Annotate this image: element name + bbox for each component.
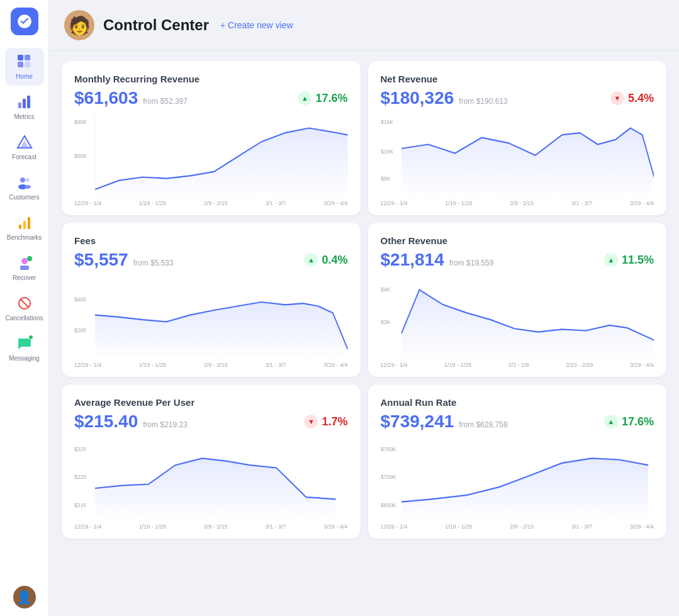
svg-marker-38 <box>95 458 336 521</box>
page-title: Control Center <box>103 16 209 34</box>
card-other-revenue-from: from $19,559 <box>449 259 494 267</box>
sidebar-item-metrics[interactable]: Metrics <box>5 88 44 126</box>
sidebar-item-home[interactable]: Home <box>5 48 44 86</box>
card-net-revenue: Net Revenue $180,326 from $190,613 ▼ 5.4… <box>368 61 667 215</box>
recover-icon <box>16 254 33 272</box>
card-annual-run-rate-badge: ▲ 17.6% <box>604 415 654 428</box>
svg-text:$5K: $5K <box>381 175 390 182</box>
svg-line-20 <box>21 300 28 307</box>
card-annual-run-rate-x-labels: 12/29 - 1/4 1/19 - 1/25 2/9 - 2/15 3/1 -… <box>381 524 654 530</box>
svg-text:$2K: $2K <box>381 318 390 325</box>
svg-text:$200: $200 <box>74 327 86 333</box>
card-net-revenue-value-row: $180,326 from $190,613 ▼ 5.4% <box>381 88 654 108</box>
card-net-revenue-badge: ▼ 5.4% <box>610 91 654 105</box>
card-mrr-badge: ▲ 17.6% <box>298 91 347 105</box>
card-other-revenue-arrow-icon: ▲ <box>604 253 618 267</box>
card-annual-run-rate-pct: 17.6% <box>622 415 654 428</box>
card-other-revenue-x-labels: 12/29 - 1/4 1/19 - 1/25 2/2 - 2/8 2/23 -… <box>381 362 654 368</box>
card-arpu-arrow-icon: ▼ <box>304 415 318 428</box>
card-mrr-from: from $52,397 <box>143 97 188 106</box>
header-avatar: 🧑 <box>64 10 94 40</box>
card-net-revenue-from: from $190,613 <box>459 97 507 106</box>
svg-point-10 <box>26 178 30 182</box>
card-net-revenue-x-labels: 12/29 - 1/4 1/19 - 1/25 2/9 - 2/15 3/1 -… <box>381 200 654 206</box>
card-net-revenue-title: Net Revenue <box>381 74 654 84</box>
card-other-revenue-value-row: $21,814 from $19,559 ▲ 11.5% <box>381 250 654 270</box>
card-net-revenue-chart: $15K $10K $5K <box>381 116 654 198</box>
create-new-view-button[interactable]: + Create new view <box>220 20 293 30</box>
sidebar-item-home-label: Home <box>16 73 33 81</box>
svg-rect-5 <box>23 99 26 108</box>
svg-rect-0 <box>18 55 23 60</box>
card-net-revenue-value-left: $180,326 from $190,613 <box>381 88 508 108</box>
home-icon <box>16 53 33 70</box>
card-arpu-from: from $219.23 <box>143 420 188 429</box>
sidebar-item-messaging-label: Messaging <box>9 355 39 362</box>
svg-text:$700K: $700K <box>381 473 396 480</box>
svg-text:$215: $215 <box>74 502 86 509</box>
sidebar-item-cancellations-label: Cancellations <box>5 315 43 322</box>
svg-rect-1 <box>25 55 30 60</box>
svg-text:$750K: $750K <box>381 446 396 453</box>
svg-text:$15K: $15K <box>381 118 393 125</box>
card-mrr-value-row: $61,603 from $52,397 ▲ 17.6% <box>74 88 348 108</box>
card-arpu-value-row: $215.40 from $219.23 ▼ 1.7% <box>74 412 348 432</box>
svg-rect-13 <box>19 225 21 229</box>
card-other-revenue-chart: $4K $2K <box>381 277 654 359</box>
svg-rect-3 <box>25 62 30 67</box>
svg-marker-31 <box>95 302 347 359</box>
svg-rect-2 <box>18 62 23 67</box>
sidebar-item-messaging[interactable]: Messaging <box>5 330 44 367</box>
svg-text:$220: $220 <box>74 473 86 480</box>
sidebar-item-cancellations[interactable]: Cancellations <box>5 289 44 327</box>
card-fees-pct: 0.4% <box>322 254 347 267</box>
card-other-revenue-title: Other Revenue <box>381 235 654 246</box>
card-arpu-value: $215.40 <box>74 412 138 432</box>
sidebar-item-customers[interactable]: Customers <box>5 169 44 206</box>
sidebar-item-benchmarks-label: Benchmarks <box>7 234 42 242</box>
card-annual-run-rate-chart: $750K $700K $650K <box>381 439 654 521</box>
sidebar-item-recover[interactable]: Recover <box>5 249 44 287</box>
card-mrr-title: Monthly Recurring Revenue <box>74 74 348 84</box>
app-logo[interactable] <box>11 8 38 35</box>
card-arpu: Average Revenue Per User $215.40 from $2… <box>62 384 361 539</box>
card-annual-run-rate-value: $739,241 <box>381 412 454 432</box>
svg-marker-42 <box>401 458 648 521</box>
card-fees-from: from $5,533 <box>133 259 174 267</box>
user-avatar[interactable]: 👤 <box>13 586 36 608</box>
card-fees-arrow-icon: ▲ <box>304 253 318 267</box>
card-fees-value: $5,557 <box>74 250 128 270</box>
svg-text:$10K: $10K <box>381 148 393 155</box>
svg-rect-17 <box>20 266 29 270</box>
sidebar-item-metrics-label: Metrics <box>14 113 34 121</box>
svg-rect-14 <box>23 221 26 229</box>
svg-point-18 <box>27 256 32 261</box>
main-content: 🧑 Control Center + Create new view Month… <box>49 0 679 616</box>
card-other-revenue-pct: 11.5% <box>622 254 654 267</box>
card-fees-value-left: $5,557 from $5,533 <box>74 250 174 270</box>
card-arpu-badge: ▼ 1.7% <box>304 415 347 428</box>
sidebar-item-forecast[interactable]: Forecast <box>5 128 44 166</box>
card-other-revenue-badge: ▲ 11.5% <box>604 253 654 267</box>
card-annual-run-rate-value-row: $739,241 from $628,758 ▲ 17.6% <box>381 412 654 432</box>
card-net-revenue-arrow-icon: ▼ <box>610 91 624 105</box>
card-arpu-value-left: $215.40 from $219.23 <box>74 412 188 432</box>
card-mrr: Monthly Recurring Revenue $61,603 from $… <box>62 61 361 215</box>
sidebar-item-benchmarks[interactable]: Benchmarks <box>5 209 44 247</box>
card-fees-value-row: $5,557 from $5,533 ▲ 0.4% <box>74 250 348 270</box>
svg-rect-4 <box>18 103 21 108</box>
svg-point-16 <box>21 258 28 264</box>
metrics-icon <box>16 93 33 111</box>
card-annual-run-rate: Annual Run Rate $739,241 from $628,758 ▲… <box>368 384 667 539</box>
card-fees-badge: ▲ 0.4% <box>304 253 347 267</box>
svg-text:$55K: $55K <box>74 153 87 160</box>
svg-text:$60K: $60K <box>74 118 87 125</box>
svg-rect-6 <box>27 96 30 108</box>
card-arpu-x-labels: 12/29 - 1/4 1/19 - 1/25 2/9 - 2/15 3/1 -… <box>74 524 348 530</box>
cancellations-icon <box>16 294 33 312</box>
card-mrr-pct: 17.6% <box>315 92 347 105</box>
svg-rect-15 <box>28 217 30 229</box>
card-annual-run-rate-arrow-icon: ▲ <box>604 415 618 428</box>
svg-text:$225: $225 <box>74 446 86 453</box>
svg-text:$400: $400 <box>74 296 86 303</box>
